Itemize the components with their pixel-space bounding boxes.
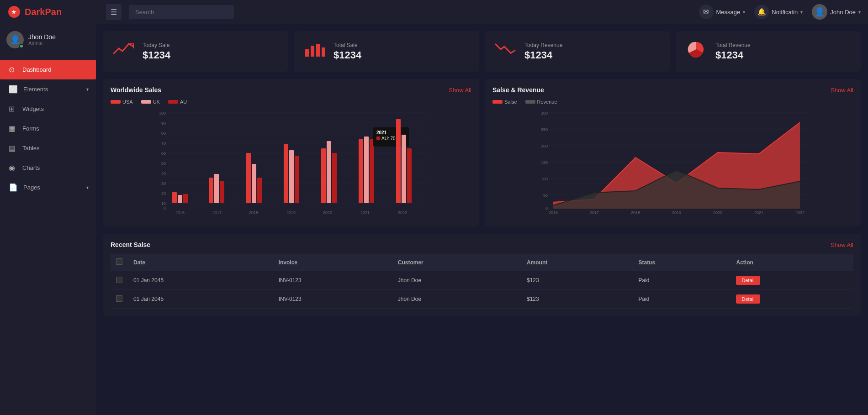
svg-rect-40 bbox=[327, 141, 331, 203]
sidebar-item-tables[interactable]: ▤ Tables bbox=[0, 138, 96, 158]
widgets-icon: ⊞ bbox=[9, 105, 17, 113]
worldwide-sales-show-all[interactable]: Show All bbox=[449, 87, 471, 94]
stat-card-today-revenue: Today Revenue $1234 bbox=[485, 31, 670, 72]
legend-salse: Salse bbox=[492, 99, 517, 105]
notification-chevron-icon: ▾ bbox=[800, 10, 803, 15]
row-action-0: Detail bbox=[730, 271, 853, 290]
svg-text:2020: 2020 bbox=[323, 210, 332, 215]
sidebar-item-forms[interactable]: ▦ Forms bbox=[0, 119, 96, 138]
recent-sales-header: Recent Salse Show All bbox=[111, 241, 853, 248]
sidebar-label-elements: Elements bbox=[23, 86, 81, 93]
table-header-date: Date bbox=[128, 254, 273, 271]
row-checkbox-1[interactable] bbox=[116, 295, 122, 302]
charts-icon: ◉ bbox=[9, 163, 17, 172]
svg-rect-29 bbox=[183, 194, 188, 203]
sales-revenue-header: Salse & Revenue Show All bbox=[492, 86, 853, 94]
sidebar-item-widgets[interactable]: ⊞ Widgets bbox=[0, 99, 96, 119]
row-customer-0: Jhon Doe bbox=[392, 271, 521, 290]
detail-button-0[interactable]: Detail bbox=[736, 276, 760, 285]
layout: 👤 Jhon Doe Admin ⊙ Dashboard ⬜ Elements … bbox=[0, 24, 868, 415]
sidebar-item-charts[interactable]: ◉ Charts bbox=[0, 158, 96, 178]
sidebar-user-info: 👤 Jhon Doe Admin bbox=[0, 24, 96, 56]
svg-text:20: 20 bbox=[161, 191, 166, 196]
detail-button-1[interactable]: Detail bbox=[736, 294, 760, 304]
svg-rect-43 bbox=[364, 137, 369, 203]
sidebar-user-details: Jhon Doe Admin bbox=[28, 33, 56, 46]
row-amount-1: $123 bbox=[521, 290, 633, 309]
sidebar-item-pages[interactable]: 📄 Pages ▾ bbox=[0, 178, 96, 197]
header-checkbox[interactable] bbox=[116, 258, 122, 265]
message-icon: ✉ bbox=[699, 5, 714, 19]
area-chart-svg: 300 250 200 150 100 50 0 bbox=[492, 108, 853, 218]
user-name-label: John Doe bbox=[830, 9, 856, 16]
svg-rect-2 bbox=[305, 49, 309, 57]
worldwide-sales-header: Worldwide Sales Show All bbox=[111, 86, 471, 94]
recent-sales-show-all[interactable]: Show All bbox=[831, 242, 853, 248]
message-chevron-icon: ▾ bbox=[743, 10, 745, 15]
bar-chart-svg: 100 90 80 70 60 50 40 30 20 10 0 bbox=[111, 108, 471, 218]
sidebar-label-widgets: Widgets bbox=[22, 105, 89, 112]
table-header-customer: Customer bbox=[392, 254, 521, 271]
svg-rect-32 bbox=[220, 181, 224, 203]
hamburger-button[interactable]: ☰ bbox=[106, 4, 122, 20]
table-row: 01 Jan 2045 INV-0123 Jhon Doe $123 Paid … bbox=[111, 271, 853, 290]
sales-revenue-show-all[interactable]: Show All bbox=[831, 87, 853, 94]
total-sale-icon bbox=[303, 40, 325, 63]
svg-text:300: 300 bbox=[541, 111, 548, 116]
today-sale-label: Today Sale bbox=[143, 42, 170, 48]
svg-text:2018: 2018 bbox=[631, 210, 640, 215]
svg-rect-3 bbox=[311, 46, 314, 57]
stat-today-revenue-info: Today Revenue $1234 bbox=[524, 42, 562, 61]
legend-au-dot bbox=[168, 100, 178, 104]
svg-text:2016: 2016 bbox=[549, 210, 558, 215]
svg-rect-38 bbox=[295, 156, 299, 203]
svg-text:50: 50 bbox=[543, 193, 548, 198]
svg-rect-44 bbox=[370, 139, 374, 203]
brand-logo-icon: ★ bbox=[7, 5, 21, 19]
svg-text:2017: 2017 bbox=[212, 210, 222, 215]
row-customer-1: Jhon Doe bbox=[392, 290, 521, 309]
avatar: 👤 bbox=[812, 4, 827, 20]
sidebar-item-elements[interactable]: ⬜ Elements ▾ bbox=[0, 79, 96, 99]
notification-label: Notificatin bbox=[772, 9, 798, 16]
svg-text:2022: 2022 bbox=[398, 210, 407, 215]
message-button[interactable]: ✉ Message ▾ bbox=[699, 5, 746, 19]
svg-rect-5 bbox=[322, 47, 325, 57]
svg-text:200: 200 bbox=[541, 144, 548, 148]
pages-chevron-icon: ▾ bbox=[86, 185, 89, 190]
bar-chart-container: 100 90 80 70 60 50 40 30 20 10 0 bbox=[111, 108, 471, 219]
total-sale-value: $1234 bbox=[333, 49, 361, 61]
sidebar-label-dashboard: Dashboard bbox=[22, 66, 89, 73]
user-menu-button[interactable]: 👤 John Doe ▾ bbox=[812, 4, 861, 20]
legend-revenue-dot bbox=[525, 100, 535, 104]
total-revenue-label: Total Revenue bbox=[715, 42, 751, 48]
search-input[interactable] bbox=[129, 5, 234, 19]
dashboard-icon: ⊙ bbox=[9, 65, 17, 74]
table-header-status: Status bbox=[633, 254, 730, 271]
table-header-amount: Amount bbox=[521, 254, 633, 271]
stat-today-sale-info: Today Sale $1234 bbox=[143, 42, 170, 61]
sidebar-item-dashboard[interactable]: ⊙ Dashboard bbox=[0, 60, 96, 79]
area-chart-legend: Salse Revenue bbox=[492, 99, 853, 105]
stat-card-total-revenue: Total Revenue $1234 bbox=[676, 31, 861, 72]
recent-sales-title: Recent Salse bbox=[111, 241, 150, 248]
sidebar-user-role: Admin bbox=[28, 41, 56, 46]
notification-button[interactable]: 🔔 Notificatin ▾ bbox=[754, 5, 803, 19]
svg-rect-33 bbox=[246, 153, 251, 203]
elements-icon: ⬜ bbox=[9, 85, 18, 94]
svg-text:AU: 70: AU: 70 bbox=[381, 136, 396, 141]
legend-au: AU bbox=[168, 99, 187, 105]
svg-rect-28 bbox=[178, 195, 182, 203]
svg-rect-27 bbox=[172, 192, 177, 203]
sidebar-label-pages: Pages bbox=[23, 184, 81, 191]
today-revenue-value: $1234 bbox=[524, 49, 562, 61]
total-sale-label: Total Sale bbox=[333, 42, 361, 48]
row-date-1: 01 Jan 2045 bbox=[128, 290, 273, 309]
svg-text:2019: 2019 bbox=[286, 210, 296, 215]
row-date-0: 01 Jan 2045 bbox=[128, 271, 273, 290]
legend-uk: UK bbox=[141, 99, 160, 105]
row-checkbox-0[interactable] bbox=[116, 277, 122, 283]
table-header-action: Action bbox=[730, 254, 853, 271]
legend-usa: USA bbox=[111, 99, 133, 105]
stat-card-total-sale: Total Sale $1234 bbox=[294, 31, 479, 72]
